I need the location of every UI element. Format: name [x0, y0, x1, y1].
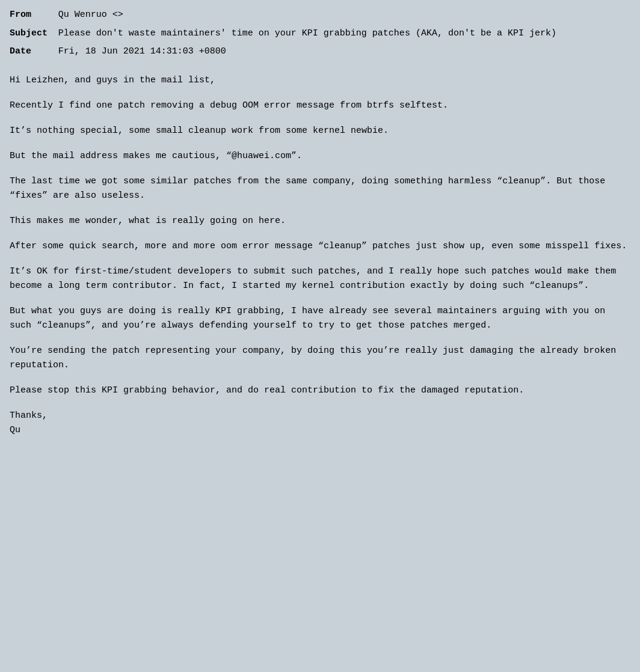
- email-header: From Qu Wenruo <> Subject Please don't w…: [10, 6, 630, 61]
- date-row: Date Fri, 18 Jun 2021 14:31:03 +0800: [10, 43, 630, 61]
- date-label: Date: [10, 43, 58, 61]
- paragraph-5: This makes me wonder, what is really goi…: [10, 214, 630, 228]
- from-label: From: [10, 6, 58, 25]
- paragraph-7: It’s OK for first-time/student developer…: [10, 264, 630, 293]
- paragraph-4: The last time we got some similar patche…: [10, 174, 630, 203]
- from-value: Qu Wenruo <>: [58, 6, 630, 25]
- paragraph-1: Recently I find one patch removing a deb…: [10, 99, 630, 113]
- greeting: Hi Leizhen, and guys in the mail list,: [10, 73, 630, 88]
- date-value: Fri, 18 Jun 2021 14:31:03 +0800: [58, 43, 630, 61]
- paragraph-2: It’s nothing special, some small cleanup…: [10, 124, 630, 138]
- paragraph-10: Please stop this KPI grabbing behavior, …: [10, 383, 630, 398]
- paragraph-9: You’re sending the patch representing yo…: [10, 344, 630, 373]
- from-row: From Qu Wenruo <>: [10, 6, 630, 25]
- email-container: From Qu Wenruo <> Subject Please don't w…: [10, 6, 630, 438]
- subject-label: Subject: [10, 25, 58, 43]
- paragraph-6: After some quick search, more and more o…: [10, 239, 630, 254]
- paragraph-3: But the mail address makes me cautious, …: [10, 149, 630, 163]
- email-body: Hi Leizhen, and guys in the mail list, R…: [10, 73, 630, 438]
- closing: Thanks, Qu: [10, 409, 630, 438]
- subject-row: Subject Please don't waste maintainers' …: [10, 25, 630, 43]
- subject-value: Please don't waste maintainers' time on …: [58, 25, 630, 43]
- paragraph-8: But what you guys are doing is really KP…: [10, 304, 630, 333]
